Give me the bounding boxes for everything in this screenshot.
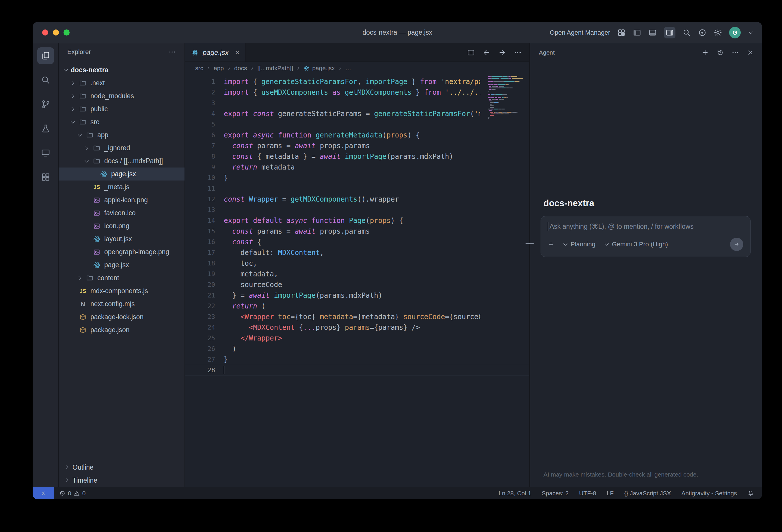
code-line-19[interactable]: 19 metadata, bbox=[185, 269, 529, 279]
chevron-right-icon[interactable] bbox=[68, 93, 78, 99]
code-line-27[interactable]: 27} bbox=[185, 354, 529, 365]
code-line-23[interactable]: 23 <Wrapper toc={toc} metadata={metadata… bbox=[185, 311, 529, 322]
tree-item-layout-jsx[interactable]: layout.jsx bbox=[59, 233, 184, 246]
toggle-left-panel-icon[interactable] bbox=[633, 28, 641, 37]
status-ln-28-col-1[interactable]: Ln 28, Col 1 bbox=[498, 490, 531, 497]
activity-search-icon[interactable] bbox=[37, 72, 54, 88]
tree-item-favicon-ico[interactable]: favicon.ico bbox=[59, 207, 184, 219]
editor-more-icon[interactable] bbox=[514, 48, 522, 57]
chevron-right-icon[interactable] bbox=[75, 275, 84, 281]
code-line-8[interactable]: 8 const { metadata } = await importPage(… bbox=[185, 151, 529, 162]
close-panel-icon[interactable] bbox=[746, 49, 754, 56]
activity-run-debug-icon[interactable] bbox=[37, 120, 54, 137]
tree-item-next-config-mjs[interactable]: Nnext.config.mjs bbox=[59, 297, 184, 311]
tree-item-opengraph-image-png[interactable]: opengraph-image.png bbox=[59, 246, 184, 258]
code-line-7[interactable]: 7 const params = await props.params bbox=[185, 140, 529, 151]
tree-item-page-jsx[interactable]: page.jsx bbox=[59, 258, 184, 272]
code-line-20[interactable]: 20 sourceCode bbox=[185, 279, 529, 290]
tree-item-next[interactable]: .next bbox=[59, 76, 184, 90]
bell-icon[interactable] bbox=[747, 490, 754, 496]
code-line-11[interactable]: 11 bbox=[185, 183, 529, 194]
breadcrumb-item-app[interactable]: app bbox=[214, 65, 224, 72]
code-line-16[interactable]: 16 const { bbox=[185, 237, 529, 247]
zoom-window-button[interactable] bbox=[64, 30, 70, 36]
agent-manager-icon[interactable] bbox=[617, 28, 626, 37]
problems-indicator[interactable]: 0 0 bbox=[59, 490, 85, 497]
breadcrumb-item-docs[interactable]: docs bbox=[234, 65, 247, 72]
avatar[interactable]: G bbox=[729, 27, 741, 38]
code-line-10[interactable]: 10} bbox=[185, 172, 529, 183]
agent-input-card[interactable]: Ask anything (⌘L), @ to mention, / for w… bbox=[541, 216, 750, 257]
toggle-bottom-panel-icon[interactable] bbox=[648, 28, 657, 37]
chevron-right-icon[interactable] bbox=[68, 80, 78, 86]
status-antigravity-settings[interactable]: Antigravity - Settings bbox=[681, 490, 737, 497]
search-icon[interactable] bbox=[682, 28, 691, 37]
explorer-more-icon[interactable] bbox=[168, 48, 176, 56]
code-line-9[interactable]: 9 return metadata bbox=[185, 162, 529, 172]
model-select[interactable]: Gemini 3 Pro (High) bbox=[604, 241, 668, 248]
breadcrumb-item-page-jsx[interactable]: page.jsx bbox=[304, 65, 335, 72]
tree-item-page-jsx[interactable]: page.jsx bbox=[59, 168, 184, 180]
code-line-13[interactable]: 13 bbox=[185, 205, 529, 215]
code-line-15[interactable]: 15 const params = await props.params bbox=[185, 226, 529, 237]
minimize-window-button[interactable] bbox=[53, 30, 59, 36]
mode-select[interactable]: Planning bbox=[562, 241, 596, 248]
agent-input[interactable]: Ask anything (⌘L), @ to mention, / for w… bbox=[548, 222, 743, 231]
activity-source-control-icon[interactable] bbox=[37, 96, 54, 113]
code-line-4[interactable]: 4export const generateStaticParams = gen… bbox=[185, 108, 529, 119]
send-button[interactable] bbox=[730, 238, 743, 251]
code-line-26[interactable]: 26 ) bbox=[185, 344, 529, 354]
code-line-14[interactable]: 14export default async function Page(pro… bbox=[185, 215, 529, 226]
status-lf[interactable]: LF bbox=[607, 490, 614, 497]
tree-item-package-lock-json[interactable]: package-lock.json bbox=[59, 311, 184, 323]
code-line-25[interactable]: 25 </Wrapper> bbox=[185, 333, 529, 344]
section-timeline[interactable]: Timeline bbox=[59, 474, 184, 487]
code-line-3[interactable]: 3 bbox=[185, 98, 529, 108]
chevron-down-icon[interactable] bbox=[68, 119, 78, 126]
history-icon[interactable] bbox=[716, 49, 724, 56]
code-line-6[interactable]: 6export async function generateMetadata(… bbox=[185, 130, 529, 140]
gear-icon[interactable] bbox=[714, 28, 722, 37]
tree-item-mdx-components-js[interactable]: JSmdx-components.js bbox=[59, 284, 184, 297]
status-javascript-jsx[interactable]: {} JavaScript JSX bbox=[624, 490, 671, 497]
tab-page-jsx[interactable]: page.jsx × bbox=[185, 43, 246, 62]
app-logo-icon[interactable] bbox=[698, 28, 707, 37]
chevron-down-icon[interactable] bbox=[75, 132, 84, 138]
new-chat-icon[interactable] bbox=[702, 49, 709, 56]
remote-indicator[interactable] bbox=[33, 487, 54, 499]
tree-item-docs-nextra[interactable]: docs-nextra bbox=[59, 64, 184, 76]
tree-item-ignored[interactable]: _ignored bbox=[59, 142, 184, 154]
breadcrumb-item-src[interactable]: src bbox=[195, 65, 203, 72]
tree-item-content[interactable]: content bbox=[59, 272, 184, 284]
open-agent-manager-button[interactable]: Open Agent Manager bbox=[550, 29, 610, 36]
tree-item-icon-png[interactable]: icon.png bbox=[59, 219, 184, 233]
activity-explorer-icon[interactable] bbox=[37, 47, 54, 64]
chevron-right-icon[interactable] bbox=[82, 145, 92, 151]
code-line-2[interactable]: 2import { useMDXComponents as getMDXComp… bbox=[185, 87, 529, 98]
status-spaces-2[interactable]: Spaces: 2 bbox=[542, 490, 569, 497]
tree-item-app[interactable]: app bbox=[59, 129, 184, 142]
tree-item-docs-mdxpath[interactable]: docs / [[...mdxPath]] bbox=[59, 154, 184, 168]
split-editor-icon[interactable] bbox=[467, 48, 475, 57]
code-line-5[interactable]: 5 bbox=[185, 119, 529, 130]
toggle-right-panel-icon[interactable] bbox=[664, 27, 675, 38]
navigate-back-icon[interactable] bbox=[483, 48, 491, 57]
tree-item-public[interactable]: public bbox=[59, 103, 184, 115]
code-editor[interactable]: 1import { generateStaticParamsFor, impor… bbox=[185, 74, 529, 487]
account-chevron-down-icon[interactable] bbox=[748, 30, 754, 36]
chevron-down-icon[interactable] bbox=[61, 67, 71, 73]
close-window-button[interactable] bbox=[42, 30, 48, 36]
section-outline[interactable]: Outline bbox=[59, 461, 184, 474]
tree-item-apple-icon-png[interactable]: apple-icon.png bbox=[59, 193, 184, 207]
tree-item-src[interactable]: src bbox=[59, 115, 184, 129]
code-line-12[interactable]: 12const Wrapper = getMDXComponents().wra… bbox=[185, 194, 529, 205]
status-utf-8[interactable]: UTF-8 bbox=[579, 490, 596, 497]
code-line-1[interactable]: 1import { generateStaticParamsFor, impor… bbox=[185, 76, 529, 87]
breadcrumb[interactable]: srcappdocs[[...mdxPath]]page.jsx… bbox=[185, 62, 529, 74]
tree-item-node-modules[interactable]: node_modules bbox=[59, 90, 184, 103]
activity-remote-explorer-icon[interactable] bbox=[37, 144, 54, 161]
code-line-21[interactable]: 21 } = await importPage(params.mdxPath) bbox=[185, 290, 529, 300]
tree-item-package-json[interactable]: package.json bbox=[59, 323, 184, 336]
code-line-24[interactable]: 24 <MDXContent {...props} params={params… bbox=[185, 322, 529, 333]
attach-plus-icon[interactable] bbox=[548, 241, 554, 248]
